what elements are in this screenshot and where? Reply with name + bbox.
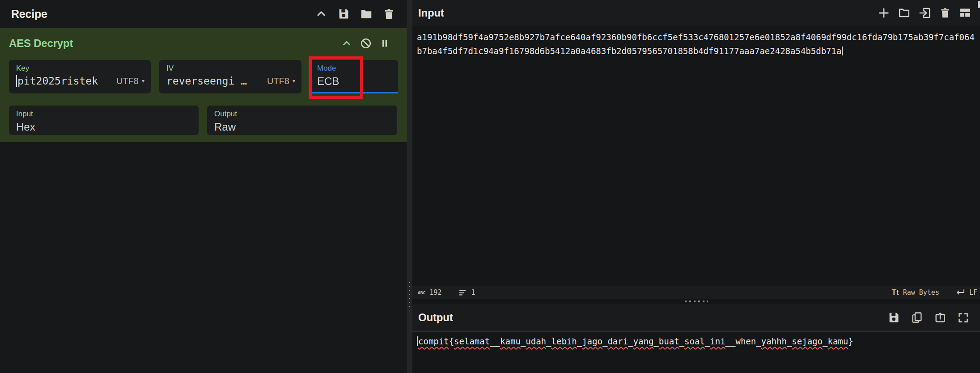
io-panel: Input a191b98df59f4a9752 <box>412 0 980 373</box>
input-text-line-2: b7ba4f5df7d1c94a9f16798d6b5412a0a4683fb2… <box>417 44 977 58</box>
recipe-title: Recipe <box>0 8 47 21</box>
flag-segment: ini <box>710 336 725 346</box>
splitter-handle-dots[interactable] <box>685 301 708 302</box>
char-count-icon: ABC <box>418 290 425 295</box>
input-header-icons <box>878 6 980 20</box>
collapse-recipe-icon[interactable] <box>315 8 327 20</box>
flag-segment: yang <box>633 336 654 346</box>
open-file-input-icon[interactable] <box>918 6 932 20</box>
clear-input-trash-icon[interactable] <box>939 7 951 19</box>
io-resize-splitter[interactable] <box>412 299 980 304</box>
line-count-value: 1 <box>471 288 475 297</box>
iv-encoding-select[interactable]: UTF8 ▾ <box>267 76 295 86</box>
input-format-value: Hex <box>16 121 192 133</box>
recipe-header-icons <box>315 0 407 28</box>
flag-segment: buat <box>659 336 679 346</box>
flag-segment: lebih <box>552 336 577 346</box>
flag-segment: _ <box>653 336 658 346</box>
status-left-group: ABC 192 1 <box>412 288 475 297</box>
flag-segment: } <box>848 336 853 346</box>
flag-segment: _ <box>577 336 582 346</box>
flag-segment: udah <box>526 336 546 346</box>
flag-segment: { <box>449 336 454 346</box>
collapse-operation-icon[interactable] <box>341 38 352 49</box>
input-format-select[interactable]: Input Hex <box>9 106 199 135</box>
recipe-header: Recipe <box>0 0 407 28</box>
load-recipe-folder-icon[interactable] <box>360 7 373 21</box>
operation-icons <box>341 37 390 50</box>
chevron-down-icon: ▾ <box>293 78 295 84</box>
operation-title: AES Decrypt <box>9 37 73 50</box>
recipe-panel: Recipe AES Decrypt <box>0 0 407 373</box>
key-encoding-value: UTF8 <box>116 76 139 86</box>
flag-segment: sejago <box>792 336 823 346</box>
input-text-caret <box>842 47 843 55</box>
flag-segment: _ <box>602 336 607 346</box>
output-header-icons <box>887 311 980 324</box>
disable-operation-icon[interactable] <box>360 37 372 50</box>
flag-segment: _ <box>787 336 792 346</box>
flag-segment: selamat <box>454 336 490 346</box>
flag-segment: _ <box>756 336 761 346</box>
output-format-label: Output <box>214 110 391 119</box>
clear-recipe-trash-icon[interactable] <box>383 8 395 20</box>
maximise-output-icon[interactable] <box>957 312 969 324</box>
save-recipe-icon[interactable] <box>337 8 350 20</box>
flag-segment: kamu <box>827 336 848 346</box>
key-value[interactable]: pit2025ristek <box>17 75 98 87</box>
input-type-value[interactable]: Raw Bytes <box>903 288 939 297</box>
scrollbar-thumb[interactable] <box>978 1 980 8</box>
flag-segment: _ <box>705 336 710 346</box>
flag-segment: kamu <box>500 336 521 346</box>
mode-value: ECB <box>317 75 392 88</box>
flag-segment: _ <box>521 336 526 346</box>
flag-segment: when <box>735 336 756 346</box>
iv-value[interactable]: reverseengi … <box>166 75 247 87</box>
operation-aes-decrypt[interactable]: AES Decrypt Key <box>0 28 407 142</box>
flag-segment: compit <box>418 336 449 346</box>
flag-segment: __ <box>725 336 736 346</box>
panel-resize-splitter[interactable] <box>407 0 412 373</box>
output-header: Output <box>412 304 980 332</box>
iv-field[interactable]: IV reverseengi … UTF8 ▾ <box>159 60 301 93</box>
copy-output-icon[interactable] <box>911 311 923 324</box>
splitter-handle-dots[interactable] <box>409 282 410 310</box>
output-textarea[interactable]: compit{selamat__kamu_udah_lebih_jago_dar… <box>412 332 980 373</box>
line-ending-return-icon[interactable] <box>955 288 965 297</box>
open-folder-icon[interactable] <box>898 6 911 19</box>
line-count-icon <box>459 289 467 296</box>
input-type-icon[interactable]: Tt <box>892 288 899 297</box>
breakpoint-pause-icon[interactable] <box>379 38 390 49</box>
key-text-caret <box>16 75 17 87</box>
input-textarea[interactable]: a191b98df59f4a9752e8b927b7afce640af92360… <box>412 25 980 286</box>
input-title: Input <box>412 7 444 19</box>
input-status-bar: ABC 192 1 Tt Raw Bytes LF <box>412 286 980 299</box>
line-ending-value[interactable]: LF <box>969 288 977 297</box>
key-label: Key <box>16 64 144 73</box>
reset-pane-layout-icon[interactable] <box>959 6 972 19</box>
output-text-caret <box>417 336 418 346</box>
iv-label: IV <box>166 64 295 73</box>
input-header: Input <box>412 0 980 25</box>
flag-segment: soal <box>684 336 705 346</box>
key-encoding-select[interactable]: UTF8 ▾ <box>116 76 144 86</box>
input-text-line-1: a191b98df59f4a9752e8b927b7afce640af92360… <box>417 30 977 44</box>
operation-args-row-1: Key pit2025ristek UTF8 ▾ IV reverseengi … <box>0 60 407 93</box>
output-format-value: Raw <box>214 121 391 133</box>
save-output-icon[interactable] <box>887 311 900 324</box>
flag-segment: _ <box>546 336 551 346</box>
mode-label: Mode <box>317 64 392 73</box>
output-format-select[interactable]: Output Raw <box>207 106 397 135</box>
operation-args-row-2: Input Hex Output Raw <box>0 106 407 135</box>
flag-segment: dari <box>607 336 628 346</box>
operation-header: AES Decrypt <box>0 28 407 50</box>
mode-select[interactable]: Mode ECB <box>310 60 398 93</box>
key-field[interactable]: Key pit2025ristek UTF8 ▾ <box>9 60 151 93</box>
flag-segment: _ <box>823 336 827 346</box>
replace-input-with-output-icon[interactable] <box>934 311 946 324</box>
add-input-tab-icon[interactable] <box>878 7 890 19</box>
input-format-label: Input <box>16 110 192 119</box>
iv-encoding-value: UTF8 <box>267 76 289 86</box>
status-right-group: Tt Raw Bytes LF <box>892 288 980 297</box>
output-title: Output <box>412 311 453 324</box>
